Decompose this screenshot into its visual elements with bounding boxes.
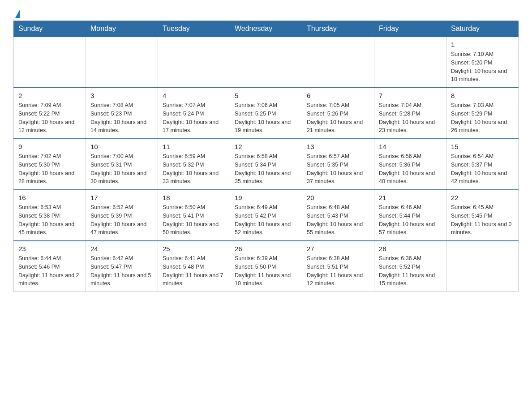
day-number: 7	[379, 92, 442, 99]
day-number: 12	[235, 143, 297, 150]
day-number: 16	[18, 194, 81, 201]
day-info: Sunrise: 6:38 AMSunset: 5:51 PMDaylight:…	[307, 254, 369, 288]
day-number: 11	[163, 143, 225, 150]
day-info: Sunrise: 6:46 AMSunset: 5:44 PMDaylight:…	[379, 203, 442, 237]
day-info: Sunrise: 7:02 AMSunset: 5:30 PMDaylight:…	[18, 152, 81, 186]
week-row-2: 2Sunrise: 7:09 AMSunset: 5:22 PMDaylight…	[14, 88, 519, 139]
day-info: Sunrise: 6:53 AMSunset: 5:38 PMDaylight:…	[18, 203, 81, 237]
day-info: Sunrise: 6:58 AMSunset: 5:34 PMDaylight:…	[235, 152, 297, 186]
day-info: Sunrise: 6:50 AMSunset: 5:41 PMDaylight:…	[163, 203, 225, 237]
calendar-cell: 17Sunrise: 6:52 AMSunset: 5:39 PMDayligh…	[86, 190, 158, 241]
calendar-cell: 18Sunrise: 6:50 AMSunset: 5:41 PMDayligh…	[158, 190, 230, 241]
day-number: 28	[379, 245, 442, 253]
calendar-cell: 22Sunrise: 6:45 AMSunset: 5:45 PMDayligh…	[446, 190, 519, 241]
day-number: 25	[163, 245, 225, 253]
day-info: Sunrise: 6:42 AMSunset: 5:47 PMDaylight:…	[90, 254, 153, 288]
day-info: Sunrise: 6:48 AMSunset: 5:43 PMDaylight:…	[307, 203, 369, 237]
day-info: Sunrise: 6:59 AMSunset: 5:32 PMDaylight:…	[163, 152, 225, 186]
week-row-4: 16Sunrise: 6:53 AMSunset: 5:38 PMDayligh…	[14, 190, 519, 241]
day-number: 1	[451, 41, 514, 48]
day-info: Sunrise: 7:00 AMSunset: 5:31 PMDaylight:…	[90, 152, 153, 186]
week-row-3: 9Sunrise: 7:02 AMSunset: 5:30 PMDaylight…	[14, 139, 519, 190]
calendar-cell	[446, 241, 519, 292]
calendar-cell: 20Sunrise: 6:48 AMSunset: 5:43 PMDayligh…	[302, 190, 374, 241]
day-number: 21	[379, 194, 442, 201]
day-info: Sunrise: 7:07 AMSunset: 5:24 PMDaylight:…	[163, 101, 225, 135]
day-of-week-header-wednesday: Wednesday	[230, 21, 302, 37]
calendar-cell	[14, 37, 86, 88]
calendar-cell: 21Sunrise: 6:46 AMSunset: 5:44 PMDayligh…	[374, 190, 446, 241]
calendar-cell: 6Sunrise: 7:05 AMSunset: 5:26 PMDaylight…	[302, 88, 374, 139]
day-number: 24	[90, 245, 153, 253]
calendar-cell: 27Sunrise: 6:38 AMSunset: 5:51 PMDayligh…	[302, 241, 374, 292]
calendar-cell: 3Sunrise: 7:08 AMSunset: 5:23 PMDaylight…	[86, 88, 158, 139]
calendar-cell: 13Sunrise: 6:57 AMSunset: 5:35 PMDayligh…	[302, 139, 374, 190]
calendar-cell: 16Sunrise: 6:53 AMSunset: 5:38 PMDayligh…	[14, 190, 86, 241]
day-info: Sunrise: 7:06 AMSunset: 5:25 PMDaylight:…	[235, 101, 297, 135]
day-info: Sunrise: 7:04 AMSunset: 5:28 PMDaylight:…	[379, 101, 442, 135]
calendar-cell	[158, 37, 230, 88]
day-info: Sunrise: 6:56 AMSunset: 5:36 PMDaylight:…	[379, 152, 442, 186]
logo-triangle-icon	[15, 10, 20, 18]
calendar-cell	[302, 37, 374, 88]
calendar-cell: 28Sunrise: 6:36 AMSunset: 5:52 PMDayligh…	[374, 241, 446, 292]
day-info: Sunrise: 6:57 AMSunset: 5:35 PMDaylight:…	[307, 152, 369, 186]
calendar-cell: 2Sunrise: 7:09 AMSunset: 5:22 PMDaylight…	[14, 88, 86, 139]
day-number: 20	[307, 194, 369, 201]
day-info: Sunrise: 6:44 AMSunset: 5:46 PMDaylight:…	[18, 254, 81, 288]
logo	[13, 9, 20, 16]
day-number: 6	[307, 92, 369, 99]
day-number: 27	[307, 245, 369, 253]
calendar-cell: 10Sunrise: 7:00 AMSunset: 5:31 PMDayligh…	[86, 139, 158, 190]
day-of-week-header-friday: Friday	[374, 21, 446, 37]
week-row-1: 1Sunrise: 7:10 AMSunset: 5:20 PMDaylight…	[14, 37, 519, 88]
day-number: 17	[90, 194, 153, 201]
day-number: 8	[451, 92, 514, 99]
calendar-cell: 19Sunrise: 6:49 AMSunset: 5:42 PMDayligh…	[230, 190, 302, 241]
day-info: Sunrise: 7:10 AMSunset: 5:20 PMDaylight:…	[451, 50, 514, 84]
calendar-cell: 7Sunrise: 7:04 AMSunset: 5:28 PMDaylight…	[374, 88, 446, 139]
day-number: 5	[235, 92, 297, 99]
calendar-cell: 23Sunrise: 6:44 AMSunset: 5:46 PMDayligh…	[14, 241, 86, 292]
day-number: 4	[163, 92, 225, 99]
calendar-cell: 15Sunrise: 6:54 AMSunset: 5:37 PMDayligh…	[446, 139, 519, 190]
day-number: 14	[379, 143, 442, 150]
day-info: Sunrise: 6:45 AMSunset: 5:45 PMDaylight:…	[451, 203, 514, 237]
calendar-cell: 26Sunrise: 6:39 AMSunset: 5:50 PMDayligh…	[230, 241, 302, 292]
day-info: Sunrise: 6:36 AMSunset: 5:52 PMDaylight:…	[379, 254, 442, 288]
day-info: Sunrise: 7:08 AMSunset: 5:23 PMDaylight:…	[90, 101, 153, 135]
day-of-week-header-saturday: Saturday	[446, 21, 519, 37]
calendar-cell: 9Sunrise: 7:02 AMSunset: 5:30 PMDaylight…	[14, 139, 86, 190]
day-of-week-header-thursday: Thursday	[302, 21, 374, 37]
calendar-cell	[374, 37, 446, 88]
day-of-week-header-sunday: Sunday	[14, 21, 86, 37]
calendar-header-row: SundayMondayTuesdayWednesdayThursdayFrid…	[14, 21, 519, 37]
calendar-cell: 4Sunrise: 7:07 AMSunset: 5:24 PMDaylight…	[158, 88, 230, 139]
calendar-cell: 5Sunrise: 7:06 AMSunset: 5:25 PMDaylight…	[230, 88, 302, 139]
day-number: 15	[451, 143, 514, 150]
day-of-week-header-monday: Monday	[86, 21, 158, 37]
day-number: 10	[90, 143, 153, 150]
calendar-cell: 8Sunrise: 7:03 AMSunset: 5:29 PMDaylight…	[446, 88, 519, 139]
calendar-cell: 12Sunrise: 6:58 AMSunset: 5:34 PMDayligh…	[230, 139, 302, 190]
day-number: 13	[307, 143, 369, 150]
day-of-week-header-tuesday: Tuesday	[158, 21, 230, 37]
day-number: 26	[235, 245, 297, 253]
calendar-cell: 1Sunrise: 7:10 AMSunset: 5:20 PMDaylight…	[446, 37, 519, 88]
day-info: Sunrise: 6:49 AMSunset: 5:42 PMDaylight:…	[235, 203, 297, 237]
calendar-cell	[230, 37, 302, 88]
day-number: 18	[163, 194, 225, 201]
calendar-cell: 24Sunrise: 6:42 AMSunset: 5:47 PMDayligh…	[86, 241, 158, 292]
day-number: 22	[451, 194, 514, 201]
day-number: 3	[90, 92, 153, 99]
day-number: 23	[18, 245, 81, 253]
day-number: 19	[235, 194, 297, 201]
day-info: Sunrise: 7:05 AMSunset: 5:26 PMDaylight:…	[307, 101, 369, 135]
day-number: 9	[18, 143, 81, 150]
day-info: Sunrise: 7:09 AMSunset: 5:22 PMDaylight:…	[18, 101, 81, 135]
calendar-cell: 25Sunrise: 6:41 AMSunset: 5:48 PMDayligh…	[158, 241, 230, 292]
page-header	[13, 9, 519, 16]
day-number: 2	[18, 92, 81, 99]
week-row-5: 23Sunrise: 6:44 AMSunset: 5:46 PMDayligh…	[14, 241, 519, 292]
calendar-cell: 11Sunrise: 6:59 AMSunset: 5:32 PMDayligh…	[158, 139, 230, 190]
